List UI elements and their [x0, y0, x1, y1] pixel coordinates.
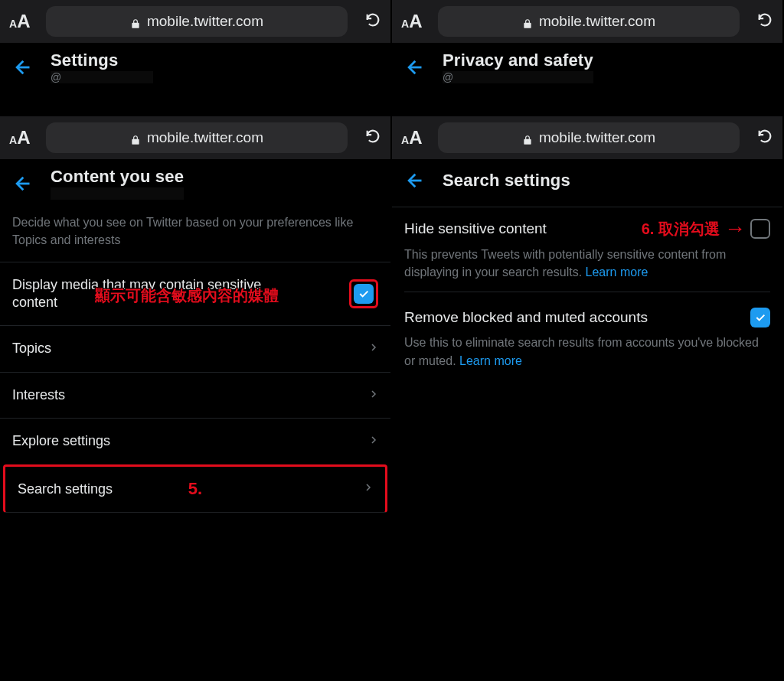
intro-text: Decide what you see on Twitter based on … [0, 204, 390, 261]
checkbox-sensitive-media[interactable] [354, 284, 374, 304]
page-title: Content you see [51, 167, 184, 187]
annotation-frame-checkbox [349, 279, 378, 308]
row-label: Search settings [18, 481, 113, 498]
address-field[interactable]: mobile.twitter.com [438, 6, 740, 37]
address-bar: A A mobile.twitter.com [0, 0, 390, 43]
link-learn-more[interactable]: Learn more [459, 354, 522, 367]
link-learn-more[interactable]: Learn more [586, 266, 648, 279]
annotation-step-6: 6. 取消勾選 [642, 219, 720, 239]
setting-desc: Use this to eliminate search results fro… [404, 334, 770, 369]
lock-icon [130, 132, 141, 143]
setting-title: Hide sensitive content [404, 220, 547, 237]
annotation-sensitive-media: 顯示可能含敏感內容的媒體 [95, 285, 279, 305]
panel-privacy-header: A A mobile.twitter.com Privacy and safet… [392, 0, 782, 115]
annotation-step-6-group: 6. 取消勾選 → [642, 218, 770, 239]
text-size-button[interactable]: A A [401, 127, 438, 148]
refresh-icon[interactable] [364, 128, 381, 148]
checkbox-remove-blocked[interactable] [750, 308, 770, 327]
page-title: Settings [51, 51, 153, 70]
address-url: mobile.twitter.com [147, 129, 263, 146]
row-search-settings[interactable]: Search settings 5. [3, 464, 387, 513]
address-field[interactable]: mobile.twitter.com [46, 6, 348, 37]
text-size-small: A [9, 18, 17, 30]
text-size-button[interactable]: A A [9, 11, 46, 32]
back-button[interactable] [403, 54, 430, 81]
row-label: Topics [12, 340, 51, 357]
page-subtitle: @ [443, 71, 593, 83]
panel-search-settings: A A mobile.twitter.com Search settings [392, 116, 782, 681]
checkbox-hide-sensitive[interactable] [750, 219, 770, 239]
row-topics[interactable]: Topics [0, 325, 390, 371]
annotation-step-5: 5. [188, 479, 202, 499]
lock-icon [130, 16, 141, 27]
back-button[interactable] [403, 167, 430, 194]
page-header: Settings @ [0, 43, 390, 88]
lock-icon [522, 16, 533, 27]
row-label: Explore settings [12, 432, 110, 450]
address-bar: A A mobile.twitter.com [392, 116, 782, 159]
address-field[interactable]: mobile.twitter.com [438, 122, 740, 153]
text-size-big: A [17, 11, 30, 32]
lock-icon [522, 132, 533, 143]
panel-content-you-see: A A mobile.twitter.com Content you see [0, 116, 390, 681]
panel-settings-header: A A mobile.twitter.com Settings [0, 0, 390, 115]
setting-desc: This prevents Tweets with potentially se… [404, 246, 770, 281]
back-button[interactable] [11, 170, 38, 197]
row-label: Interests [12, 386, 65, 404]
setting-hide-sensitive: Hide sensitive content 6. 取消勾選 → This pr… [392, 207, 782, 297]
refresh-icon[interactable] [364, 11, 381, 31]
address-url: mobile.twitter.com [539, 129, 655, 146]
annotation-arrow-icon: → [724, 218, 746, 239]
page-header: Search settings [392, 159, 782, 207]
back-button[interactable] [11, 54, 38, 81]
setting-remove-blocked: Remove blocked and muted accounts Use th… [392, 297, 782, 373]
text-size-button[interactable]: A A [9, 127, 46, 148]
address-field[interactable]: mobile.twitter.com [46, 122, 348, 153]
chevron-right-icon [364, 481, 373, 497]
refresh-icon[interactable] [756, 128, 773, 148]
address-bar: A A mobile.twitter.com [392, 0, 782, 43]
page-header: Content you see [0, 159, 390, 204]
address-url: mobile.twitter.com [539, 13, 655, 30]
page-subtitle: @ [51, 71, 153, 83]
refresh-icon[interactable] [756, 11, 773, 31]
row-sensitive-media[interactable]: Display media that may contain sensitive… [0, 262, 390, 326]
row-interests[interactable]: Interests [0, 372, 390, 418]
text-size-button[interactable]: A A [401, 11, 438, 32]
address-bar: A A mobile.twitter.com [0, 116, 390, 159]
address-url: mobile.twitter.com [147, 13, 263, 30]
page-subtitle [51, 187, 184, 200]
chevron-right-icon [369, 340, 378, 357]
chevron-right-icon [369, 433, 378, 450]
page-title: Privacy and safety [443, 51, 593, 70]
setting-title: Remove blocked and muted accounts [404, 309, 648, 326]
row-explore-settings[interactable]: Explore settings [0, 418, 390, 464]
page-title: Search settings [443, 171, 570, 191]
page-header: Privacy and safety @ [392, 43, 782, 88]
chevron-right-icon [369, 387, 378, 404]
